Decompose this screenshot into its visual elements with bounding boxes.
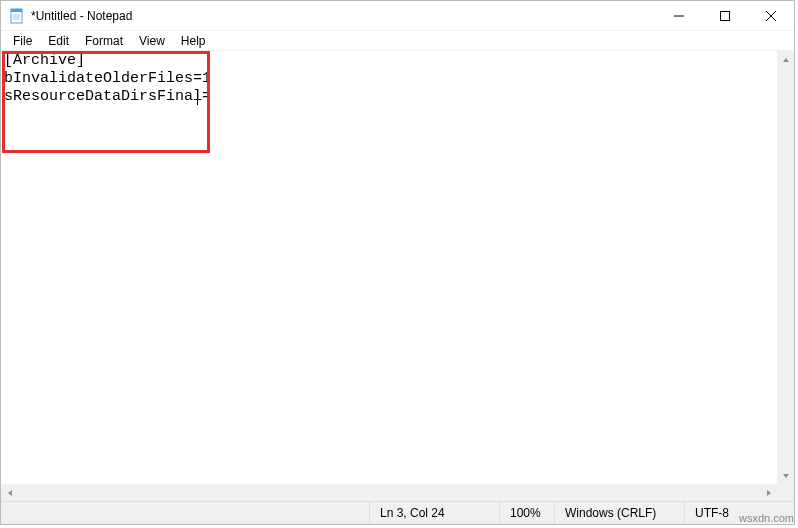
close-button[interactable]	[748, 1, 794, 30]
scroll-left-icon[interactable]	[1, 484, 18, 501]
svg-rect-6	[721, 11, 730, 20]
editor-area: [Archive] bInvalidateOlderFiles=1 sResou…	[1, 51, 794, 501]
titlebar[interactable]: *Untitled - Notepad	[1, 1, 794, 31]
menu-view[interactable]: View	[131, 32, 173, 50]
menu-edit[interactable]: Edit	[40, 32, 77, 50]
text-editor[interactable]: [Archive] bInvalidateOlderFiles=1 sResou…	[1, 51, 777, 484]
vertical-scrollbar[interactable]	[777, 51, 794, 484]
menu-file[interactable]: File	[5, 32, 40, 50]
svg-marker-10	[783, 474, 789, 478]
notepad-window: *Untitled - Notepad File Edit Format Vie…	[0, 0, 795, 525]
scroll-up-icon[interactable]	[777, 51, 794, 68]
menubar: File Edit Format View Help	[1, 31, 794, 51]
status-eol: Windows (CRLF)	[554, 502, 684, 524]
window-title: *Untitled - Notepad	[31, 9, 656, 23]
status-zoom: 100%	[499, 502, 554, 524]
svg-marker-12	[767, 490, 771, 496]
status-lncol: Ln 3, Col 24	[369, 502, 499, 524]
svg-rect-1	[11, 9, 22, 12]
scroll-right-icon[interactable]	[760, 484, 777, 501]
menu-format[interactable]: Format	[77, 32, 131, 50]
minimize-button[interactable]	[656, 1, 702, 30]
horizontal-scrollbar[interactable]	[1, 484, 777, 501]
maximize-button[interactable]	[702, 1, 748, 30]
menu-help[interactable]: Help	[173, 32, 214, 50]
svg-marker-9	[783, 58, 789, 62]
notepad-icon	[9, 8, 25, 24]
window-controls	[656, 1, 794, 30]
scroll-down-icon[interactable]	[777, 467, 794, 484]
scroll-corner	[777, 484, 794, 501]
svg-marker-11	[8, 490, 12, 496]
hscroll-track[interactable]	[18, 484, 760, 501]
statusbar: Ln 3, Col 24 100% Windows (CRLF) UTF-8	[1, 501, 794, 524]
watermark-text: wsxdn.com	[739, 512, 794, 524]
vscroll-track[interactable]	[777, 68, 794, 467]
text-caret	[197, 89, 198, 105]
